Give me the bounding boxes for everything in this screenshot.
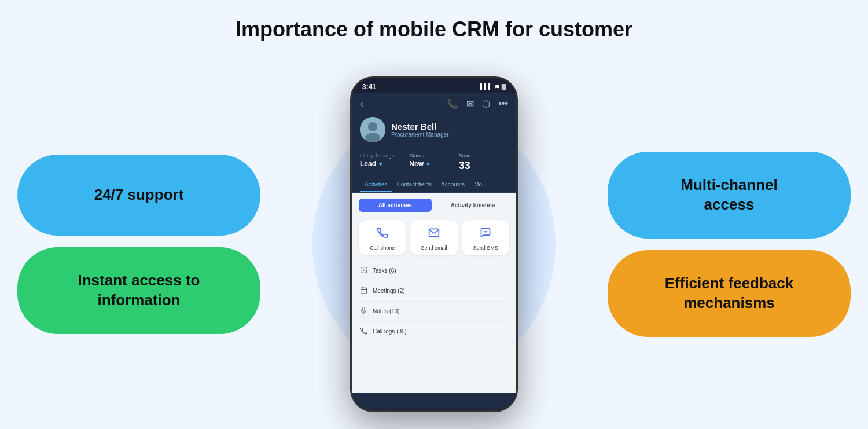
nav-action-icons: 📞 ✉ ⬡ ••• <box>447 98 508 109</box>
svg-point-1 <box>368 122 377 131</box>
meetings-icon <box>359 287 368 296</box>
blob-feedback: Efficient feedbackmechanisms <box>608 250 851 337</box>
sms-icon <box>480 227 491 241</box>
svg-rect-6 <box>361 288 366 294</box>
phone-icon[interactable]: 📞 <box>447 98 458 109</box>
wifi-icon: ≋ <box>495 83 499 90</box>
tab-accounts[interactable]: Accounts <box>436 177 469 192</box>
toggle-all-activities[interactable]: All activities <box>359 199 432 212</box>
blob-access: Instant access toinformation <box>17 247 260 334</box>
tab-more[interactable]: Mo... <box>469 177 491 192</box>
lifecycle-label: Lifecycle stage <box>360 153 409 159</box>
battery-icon: ▓ <box>502 83 506 90</box>
score-stat: Score 33 <box>459 153 508 172</box>
send-sms-label: Send SMS <box>473 245 498 251</box>
phone-tabs: Activities Contact fields Accounts Mo... <box>352 177 516 193</box>
list-item[interactable]: Call logs (35) <box>359 322 509 342</box>
meetings-label: Meetings (2) <box>373 288 405 294</box>
status-time: 3:41 <box>362 83 376 91</box>
contact-name: Nester Bell <box>391 122 449 131</box>
contact-info: Nester Bell Procurement Manager <box>391 122 449 138</box>
status-label: Status <box>409 153 458 159</box>
phone-body: 3:41 ▌▌▌ ≋ ▓ ‹ 📞 ✉ ⬡ ••• <box>350 76 518 412</box>
phone-screen: ‹ 📞 ✉ ⬡ ••• <box>352 93 516 409</box>
stats-row: Lifecycle stage Lead ▼ Status New ▼ Scor… <box>352 148 516 177</box>
notes-icon <box>359 307 368 316</box>
send-email-button[interactable]: Send email <box>410 220 457 255</box>
tab-activities[interactable]: Activities <box>360 177 392 192</box>
toggle-row: All activities Activity timeline <box>352 193 516 218</box>
list-item[interactable]: Notes (13) <box>359 302 509 322</box>
list-item[interactable]: Meetings (2) <box>359 281 509 302</box>
mail-icon[interactable]: ✉ <box>466 98 474 109</box>
avatar <box>360 117 385 142</box>
status-stat: Status New ▼ <box>409 153 458 172</box>
calllogs-icon <box>359 327 368 336</box>
call-phone-label: Call phone <box>370 245 395 251</box>
contact-role: Procurement Manager <box>391 131 449 138</box>
tasks-label: Tasks (6) <box>373 267 396 274</box>
send-sms-button[interactable]: Send SMS <box>462 220 509 255</box>
lifecycle-stat: Lifecycle stage Lead ▼ <box>360 153 409 172</box>
calllogs-label: Call logs (35) <box>373 328 407 335</box>
more-icon[interactable]: ••• <box>498 98 508 109</box>
phone-mockup: 3:41 ▌▌▌ ≋ ▓ ‹ 📞 ✉ ⬡ ••• <box>350 76 518 412</box>
call-icon <box>377 227 388 241</box>
blob-support: 24/7 support <box>17 155 260 236</box>
main-content: 24/7 support Instant access toinformatio… <box>0 59 868 429</box>
signal-icon: ▌▌▌ <box>480 83 492 90</box>
page-title: Importance of mobile CRM for customer <box>236 17 632 42</box>
email-send-icon <box>428 227 440 241</box>
share-icon[interactable]: ⬡ <box>482 98 490 109</box>
list-item[interactable]: Tasks (6) <box>359 261 509 281</box>
activity-list: Tasks (6) Meetings (2) Not <box>352 261 516 342</box>
left-blobs: 24/7 support Instant access toinformatio… <box>17 59 295 429</box>
call-phone-button[interactable]: Call phone <box>359 220 406 255</box>
status-value[interactable]: New ▼ <box>409 160 458 168</box>
right-blobs: Multi-channelaccess Efficient feedbackme… <box>573 59 851 429</box>
score-label: Score <box>459 153 508 159</box>
contact-header: Nester Bell Procurement Manager <box>352 115 516 148</box>
send-email-label: Send email <box>421 245 447 251</box>
action-buttons: Call phone Send email <box>352 218 516 261</box>
notes-label: Notes (13) <box>373 308 400 314</box>
phone-nav: ‹ 📞 ✉ ⬡ ••• <box>352 93 516 115</box>
score-value: 33 <box>459 160 508 172</box>
blob-multichannel: Multi-channelaccess <box>608 152 851 239</box>
status-icons: ▌▌▌ ≋ ▓ <box>480 83 506 90</box>
toggle-activity-timeline[interactable]: Activity timeline <box>436 199 509 212</box>
activities-body: All activities Activity timeline Call ph… <box>352 193 516 393</box>
tasks-icon <box>359 266 368 276</box>
lifecycle-value[interactable]: Lead ▼ <box>360 160 409 168</box>
tab-contact-fields[interactable]: Contact fields <box>392 177 436 192</box>
back-icon[interactable]: ‹ <box>360 98 363 110</box>
phone-notch <box>408 78 460 91</box>
